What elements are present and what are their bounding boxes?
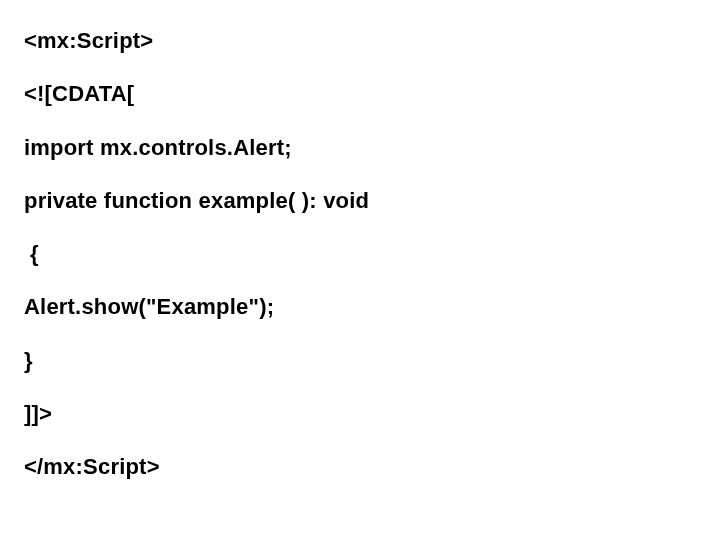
code-line-5: {: [24, 241, 696, 266]
code-line-2: <![CDATA[: [24, 81, 696, 106]
code-line-9: </mx:Script>: [24, 454, 696, 479]
code-line-8: ]]>: [24, 401, 696, 426]
code-block: <mx:Script> <![CDATA[ import mx.controls…: [0, 0, 720, 540]
code-line-4: private function example( ): void: [24, 188, 696, 213]
code-line-6: Alert.show("Example");: [24, 294, 696, 319]
code-line-1: <mx:Script>: [24, 28, 696, 53]
code-line-7: }: [24, 348, 696, 373]
code-line-3: import mx.controls.Alert;: [24, 135, 696, 160]
